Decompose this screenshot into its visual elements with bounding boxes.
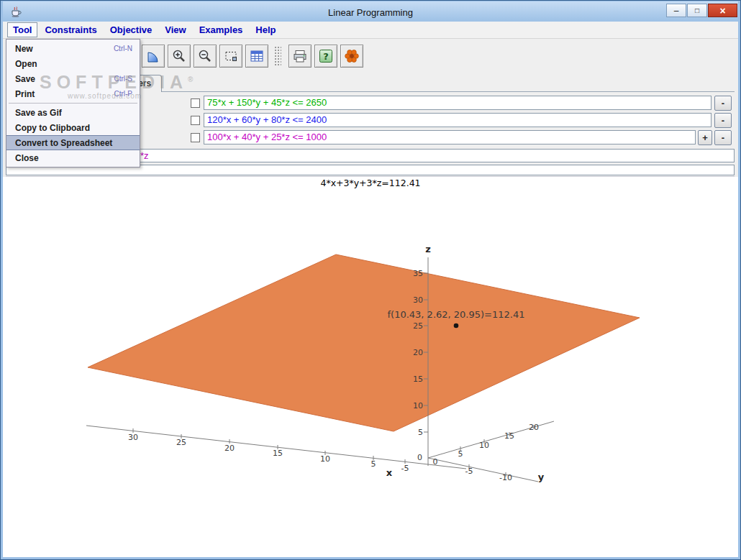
constraint-3-expression: 100*x + 40*y + 25*z <= 1000 <box>207 132 327 142</box>
remove-constraint-3-button[interactable]: - <box>714 130 732 145</box>
z-axis-label: z <box>425 244 431 254</box>
menu-objective[interactable]: Objective <box>104 22 158 37</box>
z-tick-label: 10 <box>413 401 423 410</box>
constraint-3-checkbox[interactable] <box>191 133 200 142</box>
plot-title: 4*x+3*y+3*z=112.41 <box>320 178 420 188</box>
constraint-1-checkbox[interactable] <box>191 98 200 108</box>
remove-constraint-1-button[interactable]: - <box>714 96 732 111</box>
y-axis-label: y <box>538 472 545 482</box>
z-tick-label: 30 <box>413 295 423 305</box>
x-axis-label: x <box>386 467 393 478</box>
x-tick-label: 5 <box>371 459 376 469</box>
zoom-in-button[interactable] <box>168 45 191 68</box>
x-tick-label: -5 <box>401 464 409 473</box>
z-tick-label: 20 <box>413 348 423 357</box>
z-tick-label: 25 <box>413 321 423 331</box>
y-tick-label: -5 <box>465 467 473 476</box>
app-window: Linear Programming – □ × Tool Constraint… <box>0 0 741 560</box>
x-axis <box>86 426 466 469</box>
menu-view[interactable]: View <box>159 22 191 37</box>
window-title: Linear Programming <box>3 7 738 18</box>
close-button[interactable]: × <box>708 4 737 17</box>
x-tick-label: 10 <box>320 454 330 464</box>
constraint-2-field[interactable]: 120*x + 60*y + 80*z <= 2400 <box>204 113 712 127</box>
selection-rectangle-icon <box>223 48 239 64</box>
menu-item-open[interactable]: Open <box>6 56 140 71</box>
origin-label: 0 <box>433 457 438 467</box>
minimize-button[interactable]: – <box>666 4 686 17</box>
y-tick-label: 20 <box>529 423 539 432</box>
menu-item-copy-to-clipboard[interactable]: Copy to Clipboard <box>6 120 140 135</box>
menu-examples[interactable]: Examples <box>194 22 249 37</box>
optimum-annotation: f(10.43, 2.62, 20.95)=112.41 <box>387 309 524 320</box>
zoom-region-button[interactable] <box>219 45 242 68</box>
y-tick-label: 10 <box>479 441 489 450</box>
constraint-1-expression: 75*x + 150*y + 45*z <= 2650 <box>207 97 327 108</box>
objective-field[interactable]: 4*x+3*y+3*z <box>94 149 735 162</box>
z-tick-label: 15 <box>413 375 423 384</box>
quarter-disc-icon <box>145 48 161 64</box>
y-tick-label: 15 <box>504 431 514 441</box>
maximize-button[interactable]: □ <box>687 4 707 17</box>
add-constraint-button[interactable]: + <box>698 130 712 145</box>
menu-item-convert-to-spreadsheet[interactable]: Convert to Spreadsheet <box>6 135 140 150</box>
menu-item-save[interactable]: Save Ctrl-S <box>6 71 140 86</box>
constraint-3-field[interactable]: 100*x + 40*y + 25*z <= 1000 <box>204 130 696 144</box>
remove-constraint-2-button[interactable]: - <box>714 113 732 128</box>
menu-item-new[interactable]: New Ctrl-N <box>6 41 140 56</box>
flower-button[interactable] <box>340 45 363 68</box>
help-button[interactable]: ? <box>314 45 337 68</box>
printer-icon <box>292 48 308 64</box>
spreadsheet-icon <box>249 48 265 64</box>
plot-area[interactable]: 4*x+3*y+3*z=112.41 5 10 15 20 25 30 35 -… <box>3 177 738 557</box>
z-tick-label: 5 <box>418 428 423 437</box>
menu-constraints[interactable]: Constraints <box>39 22 102 37</box>
tool-menu-dropdown: New Ctrl-N Open Save Ctrl-S Print Ctrl-P… <box>6 39 140 167</box>
titlebar[interactable]: Linear Programming – □ × <box>3 1 738 22</box>
spreadsheet-button[interactable] <box>245 45 268 68</box>
y-axis-negative <box>428 458 538 482</box>
zoom-out-icon <box>197 48 213 64</box>
y-tick-label: -10 <box>499 473 512 482</box>
menu-item-close[interactable]: Close <box>6 150 140 165</box>
x-tick-label: 25 <box>176 438 186 447</box>
toolbar-separator <box>274 46 281 66</box>
z-tick-label: 35 <box>413 269 423 278</box>
x-tick-label: 30 <box>128 433 138 442</box>
menubar: Tool Constraints Objective View Examples… <box>3 22 738 39</box>
optimum-point <box>454 323 459 329</box>
help-icon: ? <box>318 48 334 64</box>
menu-separator <box>9 103 137 104</box>
constraint-2-checkbox[interactable] <box>191 116 200 125</box>
svg-text:?: ? <box>323 51 329 62</box>
plot-canvas: 4*x+3*y+3*z=112.41 5 10 15 20 25 30 35 -… <box>3 177 738 557</box>
objective-plane <box>88 254 640 431</box>
menu-item-save-as-gif[interactable]: Save as Gif <box>6 105 140 120</box>
x-tick-label: 15 <box>273 449 283 458</box>
menu-help[interactable]: Help <box>250 22 281 37</box>
x-tick-label: 20 <box>224 444 235 453</box>
origin-label: 0 <box>417 453 422 462</box>
flower-icon <box>344 48 360 64</box>
zoom-in-icon <box>171 48 187 64</box>
menu-tool[interactable]: Tool <box>7 22 37 37</box>
quarter-disc-button[interactable] <box>142 45 165 68</box>
zoom-out-button[interactable] <box>194 45 217 68</box>
constraint-2-expression: 120*x + 60*y + 80*z <= 2400 <box>207 114 327 125</box>
y-tick-label: 5 <box>458 449 463 459</box>
menu-item-print[interactable]: Print Ctrl-P <box>6 86 140 101</box>
constraint-1-field[interactable]: 75*x + 150*y + 45*z <= 2650 <box>204 96 712 110</box>
print-button[interactable] <box>288 45 312 68</box>
